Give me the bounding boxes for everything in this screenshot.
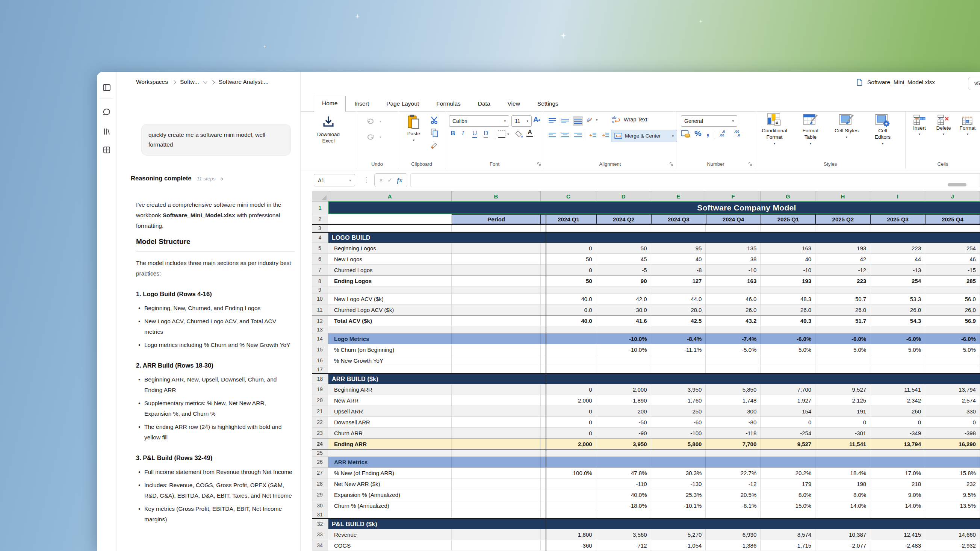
cell-I24[interactable]: 13,794 <box>870 439 925 449</box>
cell-H15[interactable]: 5.0% <box>815 344 870 355</box>
cell-I29[interactable]: 9.0% <box>870 489 925 500</box>
cell-A9[interactable] <box>328 287 452 293</box>
cell-A28[interactable]: Net New ARR ($k) <box>328 478 452 489</box>
cell-F29[interactable]: 20.5% <box>706 489 760 500</box>
cell-H33[interactable]: 10,387 <box>815 529 870 540</box>
cell-I2[interactable]: 2025 Q3 <box>870 214 925 224</box>
cell-J29[interactable]: 9.5% <box>925 489 980 500</box>
cell-H3[interactable] <box>815 225 870 232</box>
cell-F34[interactable]: -1,386 <box>706 540 760 551</box>
confirm-entry-icon[interactable]: ✓ <box>387 177 392 184</box>
cell-F24[interactable]: 7,700 <box>706 439 760 449</box>
cell-B10[interactable] <box>452 293 541 304</box>
cell-J14[interactable]: -6.0% <box>925 333 980 344</box>
cell-B8[interactable] <box>452 276 541 287</box>
cell-I30[interactable]: 14.0% <box>870 500 925 511</box>
cell-I9[interactable] <box>870 287 925 293</box>
cell-B13[interactable] <box>452 326 541 333</box>
cell-G34[interactable]: -1,715 <box>760 540 815 551</box>
cell-B9[interactable] <box>452 287 541 293</box>
cell-F14[interactable]: -7.4% <box>706 333 760 344</box>
cell-B26[interactable] <box>452 457 541 468</box>
cell-A5[interactable]: Beginning Logos <box>328 243 452 254</box>
cell-H27[interactable]: 18.4% <box>815 468 870 478</box>
cell-J10[interactable]: 56.0 <box>925 293 980 304</box>
cell-H23[interactable]: -301 <box>815 428 870 439</box>
cell-E31[interactable] <box>651 511 706 518</box>
cell-A20[interactable]: New ARR <box>328 395 452 406</box>
cell-G2[interactable]: 2025 Q1 <box>761 214 816 224</box>
cell-F16[interactable] <box>706 355 760 366</box>
cell-D6[interactable]: 45 <box>597 254 651 264</box>
cell-B12[interactable] <box>452 316 541 326</box>
row-header-22[interactable]: 22 <box>312 417 328 428</box>
reasoning-header[interactable]: Reasoning complete 11 steps › <box>131 174 223 182</box>
cell-D8[interactable]: 90 <box>597 276 651 287</box>
cell-I21[interactable]: 260 <box>870 406 925 417</box>
cell-G28[interactable]: 179 <box>760 478 815 489</box>
align-middle-icon[interactable] <box>560 116 570 126</box>
cell-G22[interactable]: 0 <box>760 417 815 428</box>
cell-G3[interactable] <box>760 225 815 232</box>
row-header-33[interactable]: 33 <box>312 529 328 540</box>
cell-G21[interactable]: 154 <box>760 406 815 417</box>
cell-H16[interactable] <box>815 355 870 366</box>
cell-C3[interactable] <box>541 225 597 232</box>
cell-G27[interactable]: 20.2% <box>760 468 815 478</box>
conditional-format-button[interactable]: ≠ ConditionalFormat ▾ <box>757 113 792 146</box>
grid-apps-icon[interactable] <box>102 145 111 154</box>
cell-C21[interactable]: 0 <box>541 406 597 417</box>
fx-icon[interactable]: fx <box>397 177 402 184</box>
tab-data[interactable]: Data <box>469 97 499 111</box>
cell-D17[interactable] <box>597 366 651 373</box>
cell-J22[interactable]: 0 <box>925 417 980 428</box>
row-header-31[interactable]: 31 <box>312 511 328 518</box>
row-header-13[interactable]: 13 <box>312 326 328 333</box>
cell-J7[interactable]: -15 <box>925 264 980 276</box>
cell-H7[interactable]: -12 <box>815 264 870 276</box>
cell-F27[interactable]: 22.7% <box>706 468 760 478</box>
row-header-19[interactable]: 19 <box>312 384 328 395</box>
download-excel-button[interactable]: DownloadExcel <box>301 115 356 144</box>
name-box[interactable]: A1 ▾ <box>314 174 355 186</box>
fill-color-icon[interactable] <box>514 130 523 139</box>
cell-G7[interactable]: -10 <box>760 264 815 276</box>
cell-B14[interactable] <box>452 333 541 344</box>
cell-J11[interactable]: 26.0 <box>925 304 980 315</box>
cell-C26[interactable] <box>541 457 597 468</box>
cell-J17[interactable] <box>925 366 980 373</box>
row-header-32[interactable]: 32 <box>312 519 328 529</box>
cell-D30[interactable]: -18.0% <box>597 500 651 511</box>
cell-I15[interactable]: 5.0% <box>870 344 925 355</box>
cell-F13[interactable] <box>706 326 760 333</box>
cell-I22[interactable]: 0 <box>870 417 925 428</box>
column-header-I[interactable]: I <box>870 191 925 201</box>
cell-E7[interactable]: -8 <box>651 264 706 276</box>
cell-F22[interactable]: -80 <box>706 417 760 428</box>
cell-B2[interactable]: Period <box>452 214 541 224</box>
select-all-corner[interactable] <box>312 191 328 201</box>
cell-B24[interactable] <box>452 439 541 449</box>
cell-J16[interactable] <box>925 355 980 366</box>
column-header-H[interactable]: H <box>815 191 870 201</box>
row-header-25[interactable]: 25 <box>312 449 328 457</box>
cell-J20[interactable]: 2,574 <box>925 395 980 406</box>
cell-D25[interactable] <box>597 449 651 457</box>
cell-A29[interactable]: Expansion % (Annualized) <box>328 489 452 500</box>
cell-editors-button[interactable]: CellEditors ▾ <box>865 113 900 146</box>
cell-A15[interactable]: % Churn (on Beginning) <box>328 344 452 355</box>
cell-H5[interactable]: 193 <box>815 243 870 254</box>
cell-A21[interactable]: Upsell ARR <box>328 406 452 417</box>
cell-I17[interactable] <box>870 366 925 373</box>
cell-H31[interactable] <box>815 511 870 518</box>
cell-A22[interactable]: Downsell ARR <box>328 417 452 428</box>
copy-icon[interactable] <box>430 128 439 137</box>
font-name-select[interactable]: Calibri▾ <box>449 115 509 127</box>
cell-G5[interactable]: 163 <box>760 243 815 254</box>
row-header-34[interactable]: 34 <box>312 540 328 551</box>
cell-D21[interactable]: 200 <box>597 406 651 417</box>
cell-A16[interactable]: % New Growth YoY <box>328 355 452 366</box>
cell-E28[interactable]: -130 <box>651 478 706 489</box>
cell-F11[interactable]: 26.0 <box>706 304 760 315</box>
cell-G17[interactable] <box>760 366 815 373</box>
